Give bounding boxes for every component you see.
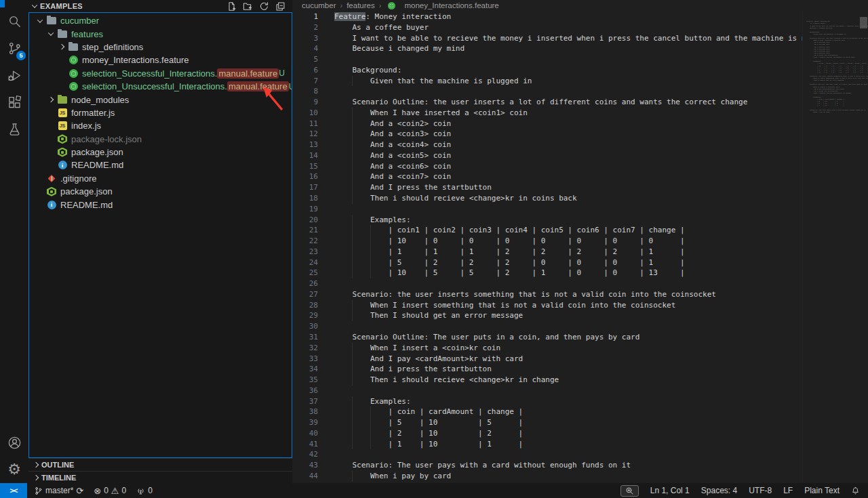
info-icon: i	[56, 161, 68, 169]
search-button[interactable]	[0, 7, 28, 35]
tree-item-features[interactable]: features	[29, 27, 292, 40]
code-line: 1Feature: Money interaction	[292, 12, 802, 22]
tree-item-label: .gitignore	[60, 173, 96, 184]
line-text	[334, 321, 802, 332]
info-icon: i	[45, 201, 58, 209]
code-line: 23 | 1 | 1 | 1 | 2 | 2 | 2 | 2 | 1 |	[292, 247, 802, 257]
git-branch-item[interactable]: master* ⟳	[34, 486, 83, 495]
problems-item[interactable]: ⊗ 0 ⚠ 0	[94, 486, 126, 495]
code-editor[interactable]: 1Feature: Money interaction2 As a coffee…	[292, 11, 802, 483]
collapse-all-button[interactable]	[275, 1, 285, 12]
remote-indicator[interactable]: ><	[0, 483, 27, 498]
indent-guide	[352, 417, 353, 428]
tree-item-package.json[interactable]: package.json	[29, 146, 292, 159]
encoding-item[interactable]: UTF-8	[749, 486, 772, 495]
line-number: 22	[292, 236, 318, 247]
ports-item[interactable]: 0	[136, 486, 153, 495]
line-number: 5	[292, 54, 318, 65]
line-text: And I press the startbutton	[334, 182, 802, 193]
refresh-icon	[259, 1, 269, 12]
run-debug-button[interactable]	[0, 62, 28, 89]
breadcrumb-separator: ›	[340, 1, 343, 9]
chevron-right-icon	[33, 475, 39, 480]
breadcrumb-item-cucumber[interactable]: cucumber	[302, 1, 336, 9]
tree-item-label: README.md	[60, 200, 113, 210]
npm-icon	[56, 148, 68, 157]
line-number: 13	[292, 140, 318, 150]
activity-bar-bottom: ⚙	[0, 421, 28, 483]
testing-button[interactable]	[0, 116, 28, 143]
code-line: 34 And i press the startbutton	[292, 364, 802, 375]
ports-count: 0	[148, 486, 153, 495]
breadcrumb-item-features[interactable]: features	[347, 1, 375, 9]
zoom-magnifier-icon	[625, 486, 634, 495]
minimap[interactable]: Feature: Money interaction As a coffee b…	[802, 11, 868, 483]
timeline-panel-header[interactable]: TIMELINE	[28, 471, 292, 484]
cursor-position-item[interactable]: Ln 1, Col 1	[650, 486, 690, 495]
notifications-bell[interactable]	[851, 486, 860, 495]
file-tree[interactable]: cucumberfeaturesstep_definitionsmoney_In…	[28, 12, 292, 458]
testing-icon	[7, 122, 22, 138]
refresh-button[interactable]	[258, 1, 269, 12]
code-line: 30	[292, 321, 802, 332]
eol-item[interactable]: LF	[783, 486, 793, 495]
account-button[interactable]	[0, 429, 28, 456]
scrollbar-thumb[interactable]	[860, 17, 867, 28]
line-number: 37	[292, 396, 318, 407]
indentation-item[interactable]: Spaces: 4	[701, 486, 737, 495]
line-text: And a <coin6> coin	[334, 161, 802, 172]
line-text	[334, 386, 802, 396]
account-icon	[7, 435, 22, 451]
indent-guide	[352, 108, 353, 119]
new-file-button[interactable]	[226, 1, 237, 12]
language-mode-item[interactable]: Plain Text	[804, 486, 840, 495]
outline-panel-header[interactable]: OUTLINE	[28, 458, 292, 471]
tree-item-readme.md[interactable]: iREADME.md	[29, 159, 292, 171]
line-text: When I insert a <coin>kr coin	[334, 343, 802, 354]
code-line: 21 | coin1 | coin2 | coin3 | coin4 | coi…	[292, 225, 802, 236]
tree-item-readme.md[interactable]: iREADME.md	[29, 198, 292, 211]
tree-item-selection_successful_interactions.[interactable]: selection_Successful_Interactions.manual…	[29, 67, 292, 80]
tree-item-package.json[interactable]: package.json	[29, 185, 292, 198]
source-control-button[interactable]: 5	[0, 35, 28, 62]
tree-item-formatter.js[interactable]: JSformatter.js	[29, 106, 292, 119]
code-line: 12 And a <coin3> coin	[292, 129, 802, 140]
indent-guide	[370, 439, 371, 450]
line-text: Given that the machine is plugged in	[334, 76, 802, 87]
tree-item-index.js[interactable]: JSindex.js	[29, 119, 292, 132]
line-text: When I insert something that is not a va…	[334, 300, 802, 311]
screencast-zoom-item[interactable]	[620, 485, 639, 497]
line-text: I want to be able to recieve the money i…	[334, 33, 802, 44]
workbench: 5 ⚙ EXAMPLES cucumberfeaturess	[0, 0, 868, 483]
tree-item-money_interactions.feature[interactable]: money_Interactions.feature	[29, 54, 292, 66]
search-icon	[7, 14, 22, 29]
tree-item-selection_unsuccessful_interactions.[interactable]: selection_Unsuccessful_Interactions.manu…	[29, 80, 292, 93]
git-branch-icon	[34, 486, 43, 495]
cucumber-icon	[67, 69, 79, 78]
tree-item-label: cucumber	[60, 16, 99, 26]
tree-item-cucumber[interactable]: cucumber	[29, 14, 292, 27]
settings-button[interactable]: ⚙	[0, 456, 28, 483]
tree-item-step_definitions[interactable]: step_definitions	[29, 41, 292, 54]
line-text: Because i changed my mind	[334, 43, 802, 54]
npm-icon	[45, 187, 58, 196]
js-icon: JS	[56, 121, 68, 130]
annotation-highlight: manual.feature	[227, 81, 289, 91]
breadcrumb-item-file[interactable]: money_Interactions.feature	[404, 1, 498, 9]
line-text: And a <coin3> coin	[334, 129, 802, 140]
tree-item-node_modules[interactable]: node_modules	[29, 93, 292, 106]
tree-item-.gitignore[interactable]: .gitignore	[29, 172, 292, 185]
sync-icon[interactable]: ⟳	[76, 486, 83, 495]
new-folder-button[interactable]	[242, 1, 253, 12]
code-line: 32 When I insert a <coin>kr coin	[292, 343, 802, 354]
line-number: 11	[292, 119, 318, 129]
code-line: 11 And a <coin2> coin	[292, 119, 802, 129]
indent-guide	[352, 193, 353, 204]
breadcrumb-separator: ›	[379, 1, 382, 9]
branch-name: master*	[45, 486, 73, 495]
cucumber-icon	[67, 56, 79, 64]
tree-item-package-lock.json[interactable]: package-lock.json	[29, 133, 292, 146]
tree-item-label: index.js	[71, 121, 101, 131]
extensions-button[interactable]	[0, 89, 28, 116]
chevron-down-icon[interactable]	[32, 2, 37, 7]
